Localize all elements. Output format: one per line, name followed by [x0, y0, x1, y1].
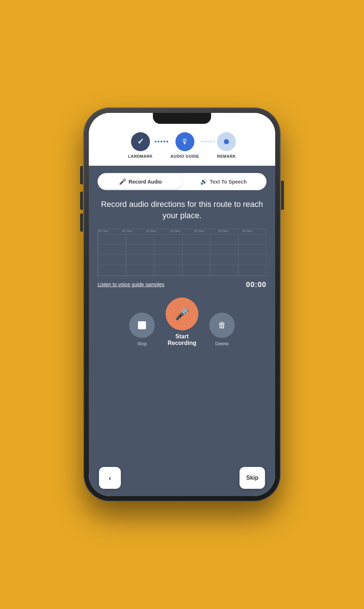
dot-light — [201, 141, 203, 142]
controls-area: Stop 🎤 StartRecording 🗑 De — [98, 298, 266, 346]
grid-lines — [98, 234, 266, 276]
grid-label-4: 20 Sec. — [194, 229, 218, 233]
record-circle: 🎤 — [166, 298, 198, 330]
mic-icon: 🎤 — [119, 178, 126, 185]
step-audio-guide: 🎙 AUDIO GUIDE — [170, 132, 199, 158]
step-remark: REMARK — [217, 132, 236, 158]
delete-label: Delete — [215, 341, 229, 346]
step-landmark-label: LANDMARK — [128, 154, 153, 158]
tab-record-audio[interactable]: 🎤 Record Audio — [99, 174, 182, 189]
grid-label-2: 10 Sec. — [146, 229, 170, 233]
timer-display: 00:00 — [246, 280, 266, 289]
nav-buttons: ‹ Skip — [98, 467, 266, 489]
grid-h-line — [98, 255, 266, 255]
record-button[interactable]: 🎤 StartRecording — [166, 298, 198, 346]
back-arrow-icon: ‹ — [109, 474, 111, 482]
remark-icon — [224, 139, 229, 144]
grid-h-line — [98, 275, 266, 276]
dot-light — [213, 141, 215, 142]
waveform-container: 00 Sec. 05 Sec. 10 Sec. 15 Sec. 20 Sec. … — [98, 229, 266, 276]
toggle-tabs: 🎤 Record Audio 🔊 Text To Speech — [98, 173, 266, 190]
tab-text-to-speech-label: Text To Speech — [210, 179, 246, 185]
grid-label-3: 15 Sec. — [170, 229, 194, 233]
delete-circle: 🗑 — [209, 313, 235, 338]
waveform-grid: 00 Sec. 05 Sec. 10 Sec. 15 Sec. 20 Sec. … — [98, 229, 266, 276]
description-text: Record audio directions for this route t… — [98, 199, 266, 221]
phone-screen: ✓ LANDMARK 🎙 AUDIO GUID — [89, 113, 275, 496]
step-landmark-circle: ✓ — [131, 132, 150, 151]
step-landmark: ✓ LANDMARK — [128, 132, 153, 158]
grid-label-0: 00 Sec. — [98, 229, 122, 233]
bottom-row: Listen to voice guide samples 00:00 — [98, 280, 266, 289]
stop-button[interactable]: Stop — [129, 313, 155, 346]
dot-light — [204, 141, 206, 142]
step-remark-circle — [217, 132, 236, 151]
stop-circle — [129, 313, 155, 338]
trash-icon: 🗑 — [218, 321, 226, 330]
phone-frame: ✓ LANDMARK 🎙 AUDIO GUID — [84, 108, 280, 501]
step-remark-label: REMARK — [217, 154, 236, 158]
notch — [153, 113, 211, 124]
dot — [166, 141, 168, 142]
dot — [163, 141, 165, 142]
tab-text-to-speech[interactable]: 🔊 Text To Speech — [182, 174, 265, 189]
record-mic-icon: 🎤 — [175, 307, 189, 321]
dot-light — [207, 141, 209, 142]
grid-row-lines — [98, 234, 266, 276]
steps-row: ✓ LANDMARK 🎙 AUDIO GUID — [128, 132, 236, 158]
step-audio-guide-label: AUDIO GUIDE — [170, 154, 199, 158]
grid-label-6: 30 Sec. — [242, 229, 266, 233]
voice-guide-link[interactable]: Listen to voice guide samples — [98, 282, 165, 287]
stop-icon — [138, 321, 146, 329]
stop-label: Stop — [137, 341, 147, 346]
back-button[interactable]: ‹ — [99, 467, 121, 489]
main-content: 🎤 Record Audio 🔊 Text To Speech Record a… — [89, 166, 275, 496]
dot — [161, 141, 162, 142]
dot-light — [210, 141, 212, 142]
tab-record-audio-label: Record Audio — [128, 179, 162, 185]
skip-label: Skip — [246, 475, 258, 481]
dot — [158, 141, 159, 142]
step-audio-guide-circle: 🎙 — [175, 132, 194, 151]
delete-button[interactable]: 🗑 Delete — [209, 313, 235, 346]
grid-label-5: 25 Sec. — [218, 229, 242, 233]
skip-button[interactable]: Skip — [240, 467, 265, 489]
dots-2-3 — [201, 141, 215, 150]
audio-guide-icon: 🎙 — [181, 138, 189, 146]
grid-h-line — [98, 234, 266, 235]
controls-row: Stop 🎤 StartRecording 🗑 De — [129, 298, 235, 346]
tts-icon: 🔊 — [200, 178, 207, 185]
grid-label-1: 05 Sec. — [122, 229, 146, 233]
check-icon: ✓ — [137, 137, 144, 146]
grid-h-line — [98, 265, 266, 265]
dot — [155, 141, 157, 142]
grid-h-line — [98, 244, 266, 245]
dots-1-2 — [155, 141, 168, 150]
record-label: StartRecording — [167, 333, 196, 346]
grid-labels: 00 Sec. 05 Sec. 10 Sec. 15 Sec. 20 Sec. … — [98, 229, 266, 233]
